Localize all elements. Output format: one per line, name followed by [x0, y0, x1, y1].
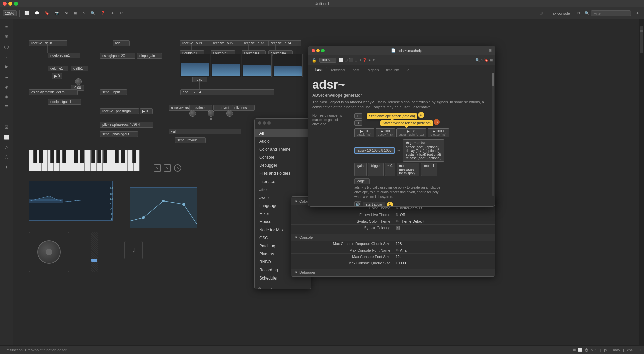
help-toolbar-icon7[interactable]: ➤ [368, 58, 371, 62]
canvas-area[interactable]: receive~ delin r delpregain1 deltime1 de… [13, 19, 644, 354]
sidebar-icon-menu[interactable]: ≡ [3, 22, 11, 30]
bottom-plus-label[interactable]: + [639, 348, 641, 352]
help-close[interactable] [312, 49, 315, 52]
param-sustain[interactable]: ▶ 0.8 sustain gain (0 -1.) [396, 128, 426, 137]
piano-white-key[interactable] [42, 150, 48, 171]
node-0-dot[interactable]: 0. [354, 120, 362, 126]
node-es-highpass[interactable]: es.highpass 20 [100, 53, 135, 59]
mute1-node[interactable]: mute 1 [421, 163, 437, 176]
toolbar-add-icon[interactable]: ＋ [634, 10, 641, 16]
tab-timeunits[interactable]: timeunits [383, 67, 403, 73]
param-attack[interactable]: ▶ 10 attack (ms) [354, 128, 374, 137]
speaker-icon[interactable]: 🔊 [354, 201, 361, 206]
node-receive-out1[interactable]: receive~ out1 [180, 40, 213, 46]
node-r-inputgain[interactable]: r inputgain [137, 53, 162, 59]
node-receive-out4[interactable]: receive~ out4 [268, 40, 301, 46]
help-info-icon[interactable]: ℹ [481, 58, 483, 62]
piano-white-key[interactable] [134, 150, 139, 171]
toolbar-comment-icon[interactable]: 💬 [33, 10, 41, 16]
help-toolbar-icon1[interactable]: ⬜ [339, 58, 344, 62]
right-slider-track[interactable] [640, 26, 643, 53]
node-1-dot[interactable]: 1. [354, 113, 362, 119]
help-toolbar-icon3[interactable]: ⬛ [349, 58, 353, 62]
tab-signals[interactable]: signals [365, 67, 382, 73]
help-grid2-icon[interactable]: ⊞ [490, 58, 493, 62]
zoom-level[interactable]: 125% [3, 10, 17, 16]
node-send-input[interactable]: send~ Input [100, 89, 127, 95]
sidebar-icon-diamond[interactable]: ◈ [3, 83, 11, 91]
trigger-node[interactable]: trigger [368, 163, 384, 176]
bottom-p-label[interactable]: <p> [627, 348, 633, 352]
prefs-min[interactable] [263, 121, 266, 125]
node-r-delpostgain1[interactable]: r delpostgain1 [48, 99, 81, 105]
help-lock-icon[interactable]: 🔒 [310, 58, 318, 63]
toolbar-grid2-icon[interactable]: ⊞ [538, 10, 545, 16]
node-send-revout[interactable]: send~ revout [175, 137, 206, 143]
max-console-label[interactable]: max console [547, 11, 572, 16]
piano-white-key[interactable] [103, 150, 109, 171]
queue-size-value[interactable]: 10000 [396, 261, 490, 265]
piano-white-key[interactable] [72, 150, 78, 171]
start-audio-button[interactable]: start audio [363, 202, 385, 206]
help-toolbar-icon4[interactable]: ⊞ [354, 58, 357, 62]
right-slider-area[interactable] [639, 19, 644, 354]
prefs-back-icon[interactable]: ← [264, 287, 268, 289]
sidebar-icon-grid[interactable]: ⊞ [3, 32, 11, 40]
piano-white-key[interactable] [128, 150, 134, 171]
font-size-value[interactable]: 12. [396, 255, 490, 259]
piano-white-key[interactable] [54, 150, 60, 171]
bottom-caret-right[interactable]: › [595, 348, 597, 352]
toolbar-pointer-icon[interactable]: ↖ [80, 10, 87, 16]
piano-white-key[interactable] [121, 150, 127, 171]
close-button[interactable] [3, 2, 7, 6]
help-grid-icon[interactable]: ⊞ [489, 48, 492, 53]
help-max[interactable] [321, 49, 325, 52]
tab-poly[interactable]: poly~ [349, 67, 364, 73]
param-release[interactable]: ▶ 1000 release (ms) [428, 128, 449, 137]
piano-white-key[interactable] [91, 150, 97, 171]
toolbar-undo-icon[interactable]: ↩ [118, 10, 125, 16]
prefs-item-jitter[interactable]: Jitter [255, 186, 311, 194]
bottom-resize-icon[interactable]: ⬜ [578, 348, 583, 352]
toolbar-bookmark-icon[interactable]: 🔖 [43, 10, 51, 16]
zero-node2[interactable]: ~ 0. [385, 163, 395, 176]
tab-basic[interactable]: basic [312, 67, 327, 73]
vertical-slider[interactable] [91, 232, 98, 272]
bottom-max-label[interactable]: max [613, 348, 620, 352]
piano-white-key[interactable] [35, 150, 41, 171]
prefs-item-files-folders[interactable]: Files and Folders [255, 169, 311, 178]
node-es-delay[interactable]: es.delay maxdel del fb [29, 89, 78, 95]
bottom-js-label[interactable]: js [604, 348, 607, 352]
adsr-main-node[interactable]: adsr~ 10 100 0.8 1000 [354, 147, 395, 154]
param-decay[interactable]: ▶ 100 decay (ms) [376, 128, 395, 137]
piano-white-key[interactable] [48, 150, 54, 171]
node-r-liveness[interactable]: r liveness [232, 105, 255, 111]
prefs-max[interactable] [267, 121, 271, 125]
node-receive-out2[interactable]: receive~ out2 [211, 40, 244, 46]
help-scrollbar[interactable] [492, 73, 494, 196]
prefs-settings-icon[interactable]: ⚙ [258, 287, 261, 289]
prefs-item-console[interactable]: Console [255, 153, 311, 161]
toolbar-zoom-icon[interactable]: 🔍 [89, 10, 97, 16]
dequeue-value[interactable]: 128 [396, 242, 490, 246]
sidebar-icon-dots[interactable]: … [3, 52, 11, 60]
node-zero-dot2[interactable]: ▶ 0. [140, 108, 153, 114]
piano-white-key[interactable] [78, 150, 84, 171]
prefs-close[interactable] [258, 121, 261, 125]
help-bookmark-icon[interactable]: 🔖 [484, 58, 489, 62]
node-delfb1[interactable]: delfb1 [71, 66, 88, 71]
piano-keyboard[interactable] [29, 150, 140, 171]
sidebar-icon-triangle[interactable]: △ [3, 143, 11, 151]
knob-1[interactable] [75, 78, 82, 85]
sidebar-icon-star[interactable]: ✦ [3, 163, 11, 171]
right-slider-thumb[interactable] [640, 30, 643, 32]
gain-node[interactable]: gain [354, 163, 367, 176]
prefs-item-all[interactable]: All [255, 129, 311, 137]
toolbar-grid-icon[interactable]: ⊞ [72, 10, 79, 16]
bottom-power-icon[interactable]: ⏻ [585, 348, 588, 352]
piano-white-key[interactable] [29, 150, 35, 171]
node-yafr[interactable]: yafr [169, 129, 241, 134]
prefs-item-debugger[interactable]: Debugger [255, 161, 311, 169]
node-adc[interactable]: adc~ [113, 40, 130, 46]
piano-white-key[interactable] [66, 150, 72, 171]
